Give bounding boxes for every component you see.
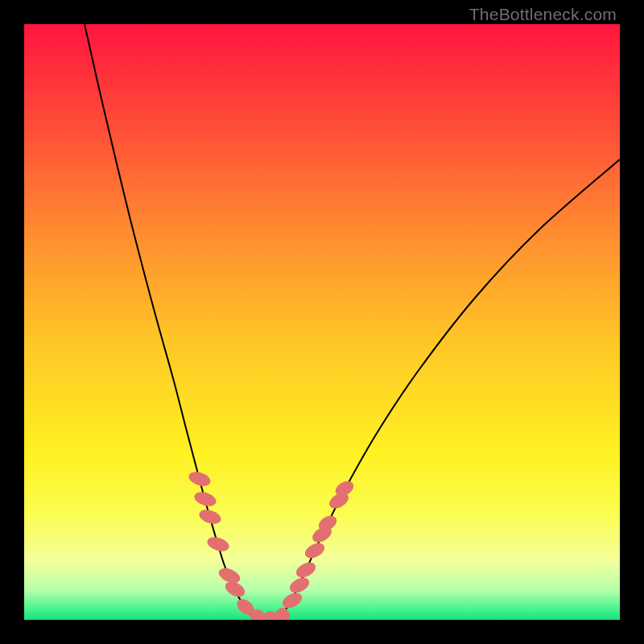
bead-left-1 xyxy=(192,489,218,509)
bead-right-3 xyxy=(303,540,327,561)
left-curve xyxy=(85,24,252,616)
bead-left-2 xyxy=(197,507,223,526)
bead-left-3 xyxy=(205,535,231,554)
beads-left-group xyxy=(187,469,257,618)
chart-plot-area xyxy=(24,24,620,620)
beads-right-group xyxy=(280,478,357,611)
right-curve xyxy=(282,159,620,616)
chart-svg-overlay xyxy=(24,24,620,620)
bead-right-2 xyxy=(294,559,318,580)
beads-valley-group xyxy=(250,608,290,620)
bead-right-1 xyxy=(287,575,312,596)
bead-valley-2 xyxy=(275,608,290,620)
watermark-text: TheBottleneck.com xyxy=(469,5,617,24)
bead-left-0 xyxy=(187,469,213,489)
